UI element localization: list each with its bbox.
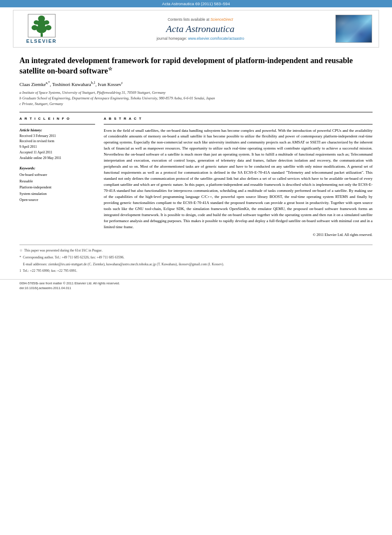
abstract-column: A B S T R A C T Even in the field of sma… [104,117,373,237]
keywords-list: On-board software Reusable Platform-inde… [19,172,95,203]
main-content: An integrated development framework for … [0,55,392,274]
left-divider [19,124,95,124]
footnote-email: E-mail addresses: ziemke@irs.uni-stuttga… [19,261,373,268]
authors-line: Claas Ziemkea,*, Toshinori Kuwaharab,1, … [19,81,373,87]
footnote-corresponding: * Corresponding author. Tel.: +49 711 68… [19,255,373,261]
journal-header: ELSEVIER Contents lists available at Sci… [13,10,379,48]
author-a-super: a,* [46,81,50,85]
footnote-tel1: 1 Tel.: +22 795 6990; fax: +22 795 6991. [19,268,373,274]
sciencedirect-link[interactable]: ScienceDirect [210,17,233,22]
affiliation-a: a Institute of Space Systems, University… [19,90,373,96]
affiliations: a Institute of Space Systems, University… [19,90,373,106]
author-c-super: c [121,81,123,85]
article-info-column: A R T I C L E I N F O Article history: R… [19,117,95,237]
abstract-heading: A B S T R A C T [104,117,373,121]
svg-rect-0 [41,33,43,37]
bottom-bar: 0094-5765/$–see front matter © 2011 Else… [0,279,392,292]
history-online: Available online 20 May 2011 [19,156,95,161]
issn-line: 0094-5765/$–see front matter © 2011 Else… [19,281,373,285]
article-history-section: Article history: Received 3 February 201… [19,128,95,161]
contents-line: Contents lists available at ScienceDirec… [65,17,335,22]
two-column-section: A R T I C L E I N F O Article history: R… [19,117,373,237]
elsevier-wordmark: ELSEVIER [26,38,57,44]
title-star: ☆ [108,66,112,71]
elsevier-tree-icon [28,14,56,38]
history-revised-label: Received in revised form [19,139,95,144]
elsevier-logo: ELSEVIER [18,14,65,44]
keyword-5: Open-source [19,197,95,203]
author-b-super: b,1 [91,81,96,85]
svg-point-5 [45,25,51,30]
homepage-line: journal homepage: www.elsevier.com/locat… [65,36,335,41]
top-bar: Acta Astronautica 69 (2011) 583–594 [0,0,392,7]
homepage-url[interactable]: www.elsevier.com/locate/actaastro [188,36,244,41]
keywords-label: Keywords: [19,166,95,170]
paper-title: An integrated development framework for … [19,55,373,76]
doi-line: doi:10.1016/j.actaastro.2011.04.011 [19,286,373,290]
keyword-1: On-board software [19,172,95,178]
elsevier-logo-area: ELSEVIER [18,14,65,44]
keyword-3: Platform-independent [19,184,95,190]
svg-point-7 [44,20,49,25]
affiliation-c: c Private, Stuttgart, Germany [19,101,373,107]
copyright-line: © 2011 Elsevier Ltd. All rights reserved… [104,232,373,237]
history-accepted: Accepted 11 April 2011 [19,150,95,156]
svg-point-3 [38,16,45,22]
article-info-heading: A R T I C L E I N F O [19,117,95,121]
footnote-star: ☆ This paper was presented during the 61… [19,248,373,254]
keyword-4: System simulation [19,191,95,197]
journal-cover-image [335,15,372,43]
svg-point-4 [32,25,38,30]
history-received: Received 3 February 2011 [19,134,95,139]
journal-title: Acta Astronautica [65,23,335,35]
abstract-text: Even in the field of small satellites, t… [104,128,373,230]
svg-point-6 [34,20,39,25]
keywords-section: Keywords: On-board software Reusable Pla… [19,166,95,203]
journal-citation: Acta Astronautica 69 (2011) 583–594 [162,1,230,6]
history-revised-date: 9 April 2011 [19,144,95,150]
divider-line [19,112,373,112]
journal-thumb-area [335,15,374,43]
footnotes-section: ☆ This paper was presented during the 61… [19,245,373,274]
journal-header-center: Contents lists available at ScienceDirec… [65,17,335,41]
keyword-2: Reusable [19,178,95,184]
affiliation-b: b Graduate School of Engineering, Depart… [19,96,373,101]
abstract-divider [104,124,373,124]
article-history-label: Article history: [19,128,95,132]
